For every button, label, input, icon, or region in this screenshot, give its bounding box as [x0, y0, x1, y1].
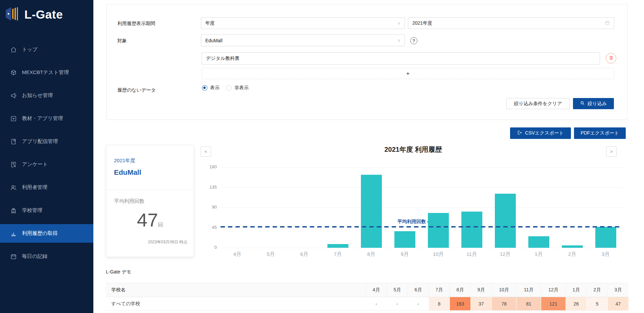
- y-tick-label: 180: [198, 164, 217, 169]
- sidebar-item-daily-record[interactable]: 毎日の記録: [0, 247, 93, 266]
- sidebar-item-usage-history[interactable]: 利用履歴の取得: [0, 224, 93, 243]
- prev-period-button[interactable]: <: [201, 146, 211, 157]
- x-tick-label: 12月: [488, 251, 522, 258]
- sidebar-item-top[interactable]: トップ: [0, 40, 93, 59]
- keyword-input[interactable]: [202, 52, 600, 65]
- users-icon: [10, 184, 17, 191]
- pdf-export-button[interactable]: PDFエクスポート: [574, 127, 626, 139]
- table-row-partial: [106, 311, 628, 313]
- average-line: [221, 226, 622, 227]
- usage-cell-6月: -: [408, 297, 429, 310]
- history-radio-group: 表示 非表示: [202, 85, 249, 91]
- radio-show-label: 表示: [210, 85, 220, 91]
- clear-filter-button[interactable]: 絞り込み条件をクリア: [506, 98, 570, 109]
- bar-2月[interactable]: [562, 245, 583, 248]
- plus-icon: +: [406, 70, 410, 77]
- plot-area: 平均利用回数 47回: [221, 167, 622, 248]
- usage-cell-9月: 37: [470, 297, 491, 310]
- sidebar-item-label: MEXCBTテスト管理: [22, 69, 69, 76]
- bar-11月[interactable]: [461, 212, 482, 248]
- survey-icon: [10, 161, 17, 168]
- chevron-down-icon: ∨: [397, 38, 400, 43]
- month-header-5月: 5月: [387, 283, 408, 297]
- month-header-1月: 1月: [566, 283, 586, 297]
- megaphone-icon: [10, 92, 17, 99]
- calendar-icon: [10, 253, 17, 260]
- month-header-7月: 7月: [429, 283, 450, 297]
- year-date-field[interactable]: 2021年度: [408, 17, 614, 29]
- history-data-label: 履歴のないデータ: [117, 87, 156, 93]
- plus-square-icon: [10, 115, 17, 122]
- bar-1月[interactable]: [528, 236, 549, 248]
- delete-keyword-button[interactable]: [606, 53, 616, 64]
- average-number: 47: [137, 209, 158, 231]
- y-tick-label: 45: [198, 225, 217, 230]
- usage-cell-3月: 47: [607, 297, 628, 310]
- x-tick-label: 1月: [522, 251, 555, 258]
- divider: [107, 190, 193, 190]
- usage-cell-1月: 26: [566, 297, 586, 310]
- bar-8月[interactable]: [361, 175, 382, 248]
- summary-card: 2021年度 EduMall 平均利用回数 47回 2023年03月06日 時点: [106, 145, 194, 257]
- apply-filter-button[interactable]: 絞り込み: [573, 98, 614, 109]
- year-value: 2021年度: [412, 20, 432, 26]
- period-select[interactable]: 年度 ∨: [201, 17, 405, 29]
- x-tick-label: 7月: [321, 251, 354, 258]
- export-icon: [517, 130, 522, 136]
- sidebar-item-app-dist[interactable]: アプリ配信管理: [0, 132, 93, 151]
- target-select-value: EduMall: [205, 38, 223, 43]
- next-period-button[interactable]: >: [606, 146, 617, 157]
- table-row: すべての学校 ---816337788112126547: [106, 297, 628, 311]
- school-name-header: 学校名: [106, 283, 366, 297]
- y-tick-label: 135: [198, 185, 217, 190]
- usage-cell-5月: -: [387, 297, 408, 310]
- help-icon[interactable]: ?: [410, 37, 417, 44]
- sidebar-item-mexcbt[interactable]: MEXCBTテスト管理: [0, 63, 93, 82]
- logo-text: L-Gate: [24, 8, 63, 21]
- logo[interactable]: L-Gate: [5, 7, 63, 22]
- as-of-date: 2023年03月06日 時点: [148, 239, 187, 245]
- usage-cell-10月: 78: [491, 297, 516, 310]
- chevron-down-icon: ∨: [397, 21, 400, 26]
- sidebar-item-label: 教材・アプリ管理: [22, 115, 63, 122]
- filter-panel: 利用履歴表示期間 年度 ∨ 2021年度 対象 EduMall ∨ ? +: [107, 4, 627, 120]
- bar-10月[interactable]: [428, 213, 449, 248]
- month-header-6月: 6月: [408, 283, 429, 297]
- bar-9月[interactable]: [394, 231, 415, 248]
- bar-7月[interactable]: [327, 244, 348, 248]
- target-select[interactable]: EduMall ∨: [201, 34, 405, 46]
- sidebar-item-label: 利用者管理: [22, 184, 47, 191]
- usage-chart: 2021年度 利用履歴 < > 04590135180 平均利用回数 47回 4…: [198, 144, 628, 267]
- school-name-cell: すべての学校: [106, 297, 366, 310]
- y-tick-label: 0: [198, 245, 217, 250]
- app-root: L-Gate トップ MEXCBTテスト管理 お知らせ管理 教材・アプリ管理 ア…: [0, 0, 644, 313]
- trash-icon: [608, 55, 614, 62]
- gridline: [221, 227, 622, 228]
- x-tick-label: 9月: [388, 251, 421, 258]
- usage-table: 学校名 4月5月6月7月8月9月10月11月12月1月2月3月 すべての学校 -…: [106, 283, 628, 313]
- radio-show[interactable]: 表示: [202, 85, 220, 91]
- bar-chart-icon: [10, 230, 17, 237]
- sidebar-item-school[interactable]: 学校管理: [0, 201, 93, 220]
- sidebar-item-label: 利用履歴の取得: [22, 230, 58, 237]
- main-content: 利用履歴表示期間 年度 ∨ 2021年度 対象 EduMall ∨ ? +: [93, 0, 644, 313]
- radio-hide[interactable]: 非表示: [226, 85, 249, 91]
- calendar-icon: [605, 20, 610, 26]
- radio-dot-icon: [202, 85, 207, 91]
- sidebar-item-materials[interactable]: 教材・アプリ管理: [0, 109, 93, 128]
- csv-export-button[interactable]: CSVエクスポート: [510, 127, 571, 139]
- sidebar-item-label: 学校管理: [22, 207, 42, 214]
- table-caption: L-Gate デモ: [106, 269, 131, 275]
- sidebar-item-users[interactable]: 利用者管理: [0, 178, 93, 197]
- add-condition-button[interactable]: +: [202, 68, 614, 79]
- bar-12月[interactable]: [495, 194, 516, 248]
- bar-3月[interactable]: [595, 227, 616, 248]
- sidebar-item-survey[interactable]: アンケート: [0, 155, 93, 174]
- sidebar: L-Gate トップ MEXCBTテスト管理 お知らせ管理 教材・アプリ管理 ア…: [0, 0, 93, 313]
- x-tick-label: 4月: [221, 251, 254, 258]
- sidebar-item-news[interactable]: お知らせ管理: [0, 86, 93, 105]
- x-tick-label: 10月: [421, 251, 455, 258]
- file-icon: [10, 138, 17, 145]
- table-header-row: 学校名 4月5月6月7月8月9月10月11月12月1月2月3月: [106, 283, 628, 297]
- average-usage-label: 平均利用回数: [114, 198, 144, 204]
